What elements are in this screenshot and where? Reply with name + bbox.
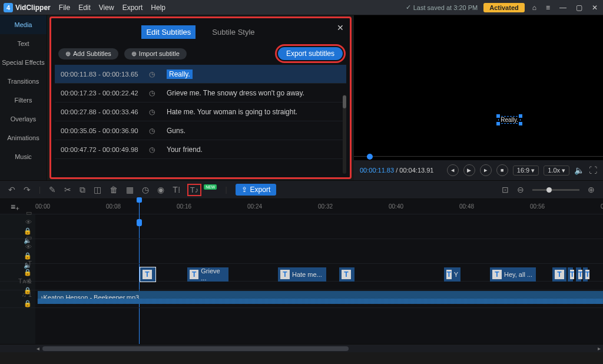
subtitle-text[interactable]: Hate me. Your woman is going to straight… [167, 108, 297, 116]
volume-icon[interactable]: 🔈 [574, 166, 584, 175]
audio-to-text-button[interactable]: T♪ [188, 185, 200, 195]
cut-icon[interactable]: ✂ [64, 185, 71, 194]
subtitle-clip[interactable]: THate me... [278, 267, 326, 282]
window-close-icon[interactable]: ✕ [590, 4, 599, 12]
prev-frame-button[interactable]: ◄ [447, 164, 459, 176]
lock-icon[interactable]: 🔒 [24, 252, 32, 260]
subtitle-clip[interactable]: THey, all ... [490, 267, 536, 282]
sidebar-item-filters[interactable]: Filters [0, 91, 47, 110]
redo-icon[interactable]: ↷ [24, 185, 31, 194]
clock-icon[interactable]: ◷ [149, 108, 158, 116]
scrollbar-thumb[interactable] [42, 346, 349, 351]
copy-icon[interactable]: ⧉ [79, 185, 85, 195]
home-icon[interactable]: ⌂ [531, 4, 538, 12]
scroll-left-icon[interactable]: ◂ [37, 345, 39, 352]
subtitle-clip[interactable]: T [583, 267, 588, 282]
track-icon[interactable]: ▭ [26, 234, 32, 241]
crop-icon[interactable]: ◫ [94, 185, 101, 194]
zoom-in-icon[interactable]: ⊕ [588, 185, 595, 194]
window-maximize-icon[interactable]: ▢ [574, 4, 584, 12]
sidebar-item-text[interactable]: Text [0, 34, 47, 53]
edit-icon[interactable]: ✎ [49, 185, 56, 194]
subtitle-overlay-box[interactable]: Really. [498, 116, 521, 124]
lock-icon[interactable]: 🔒 [24, 269, 32, 276]
add-track-icon[interactable]: ≡₊ [11, 202, 81, 211]
track-icon[interactable]: ▭ [26, 209, 32, 217]
fit-icon[interactable]: ⊡ [502, 185, 509, 194]
subtitle-row[interactable]: 00:00:11.83 - 00:00:13.65◷Really. [55, 65, 346, 84]
clock-icon[interactable]: ◷ [149, 145, 158, 154]
subtitle-track-icon[interactable]: ♪T [25, 260, 32, 267]
sidebar-item-special-effects[interactable]: Special Effects [0, 53, 47, 72]
next-frame-button[interactable]: ► [480, 164, 492, 176]
subtitle-text[interactable]: Guns. [167, 127, 185, 135]
ruler-tick: 01:04 [601, 203, 603, 210]
menu-export[interactable]: Export [122, 4, 143, 12]
stop-button[interactable]: ■ [496, 164, 508, 176]
ruler-tick: 00:56 [530, 203, 601, 210]
menu-view[interactable]: View [99, 4, 114, 12]
export-subtitles-button[interactable]: Export subtitles [278, 47, 343, 60]
sidebar-item-overlays[interactable]: Overlays [0, 110, 47, 128]
zoom-slider[interactable] [532, 189, 579, 191]
subtitle-row[interactable]: 00:00:17.23 - 00:00:22.42◷Grieve me. The… [55, 84, 346, 102]
fullscreen-icon[interactable]: ⛶ [589, 166, 597, 175]
text-tool-icon[interactable]: T⁞ [173, 185, 180, 194]
subtitle-row[interactable]: 00:00:27.88 - 00:00:33.46◷Hate me. Your … [55, 102, 346, 121]
menu-edit[interactable]: Edit [78, 4, 91, 12]
voiceover-icon[interactable]: ◉ [157, 185, 164, 194]
delete-icon[interactable]: 🗑 [110, 185, 118, 194]
subtitle-clip[interactable]: T [339, 267, 354, 282]
preview-zoom-select[interactable]: 1.0x▾ [544, 166, 569, 176]
subtitle-text[interactable]: Your friend. [167, 145, 203, 154]
subtitle-clip[interactable]: T [140, 267, 155, 282]
preview-canvas[interactable]: Really. [354, 15, 603, 152]
subtitle-text[interactable]: Really. [167, 70, 193, 78]
eye-icon[interactable]: 👁 [25, 243, 32, 250]
tab-subtitle-style[interactable]: Subtile Style [207, 25, 259, 39]
chevron-down-icon: ▾ [562, 167, 565, 174]
scroll-right-icon[interactable]: ▸ [598, 345, 601, 352]
clock-icon[interactable]: ◷ [149, 70, 158, 78]
eye-icon[interactable]: 👁 [25, 219, 32, 226]
subtitle-clip[interactable]: T [568, 267, 573, 282]
activated-badge[interactable]: Activated [483, 3, 525, 12]
clock-icon[interactable]: ◷ [149, 127, 158, 135]
subtitle-clip[interactable]: TGrieve ... [187, 267, 228, 282]
audio-track-icon[interactable]: ♫ 1 [22, 291, 32, 298]
play-button[interactable]: ▶ [463, 164, 475, 176]
timeline-h-scrollbar[interactable]: ◂ ▸ [0, 344, 603, 352]
audio-clip[interactable]: ♪ Keaton Henson - Beekeeper.mp3 [38, 291, 603, 304]
tab-edit-subtitles[interactable]: Edit Subtitles [141, 25, 196, 39]
subtitle-scrollbar[interactable] [343, 95, 346, 174]
text-track-icon[interactable]: Tᴀ 1 [18, 277, 32, 285]
subtitle-row[interactable]: 00:00:35.05 - 00:00:36.90◷Guns. [55, 121, 346, 140]
sidebar-item-animations[interactable]: Animations [0, 128, 47, 147]
aspect-ratio-select[interactable]: 16:9▾ [513, 166, 539, 176]
export-button[interactable]: ⇪ Export [236, 184, 277, 196]
import-subtitle-button[interactable]: ⊕ Import subtitle [124, 48, 187, 59]
time-ruler[interactable]: ≡₊ 00:0000:0800:1600:2400:3200:4000:4800… [0, 199, 603, 214]
sidebar-item-transitions[interactable]: Transitions [0, 72, 47, 91]
add-subtitles-button[interactable]: ⊕ Add Subtitles [58, 48, 118, 59]
subtitle-row[interactable]: 00:00:47.72 - 00:00:49.98◷Your friend. [55, 140, 346, 159]
hamburger-icon[interactable]: ≡ [544, 4, 552, 12]
clock-icon[interactable]: ◷ [149, 89, 158, 97]
preview-seekbar[interactable] [354, 152, 603, 160]
subtitle-text[interactable]: Grieve me. The snowy dress won't go away… [167, 89, 304, 97]
subtitle-clip[interactable]: T [576, 267, 581, 282]
sidebar-item-media[interactable]: Media [0, 15, 47, 34]
menu-help[interactable]: Help [151, 4, 165, 12]
window-minimize-icon[interactable]: — [558, 4, 568, 12]
duration-icon[interactable]: ◷ [142, 185, 149, 194]
subtitle-clip[interactable]: TY [444, 267, 460, 282]
zoom-out-icon[interactable]: ⊖ [517, 185, 524, 194]
seek-knob-icon[interactable] [367, 154, 373, 160]
close-icon[interactable]: ✕ [337, 23, 344, 32]
mosaic-icon[interactable]: ▦ [126, 185, 134, 194]
menu-file[interactable]: File [59, 4, 70, 12]
subtitle-clip[interactable]: T [552, 267, 566, 282]
sidebar-item-music[interactable]: Music [0, 147, 47, 166]
lock-icon[interactable]: 🔒 [24, 300, 32, 307]
undo-icon[interactable]: ↶ [8, 185, 15, 194]
